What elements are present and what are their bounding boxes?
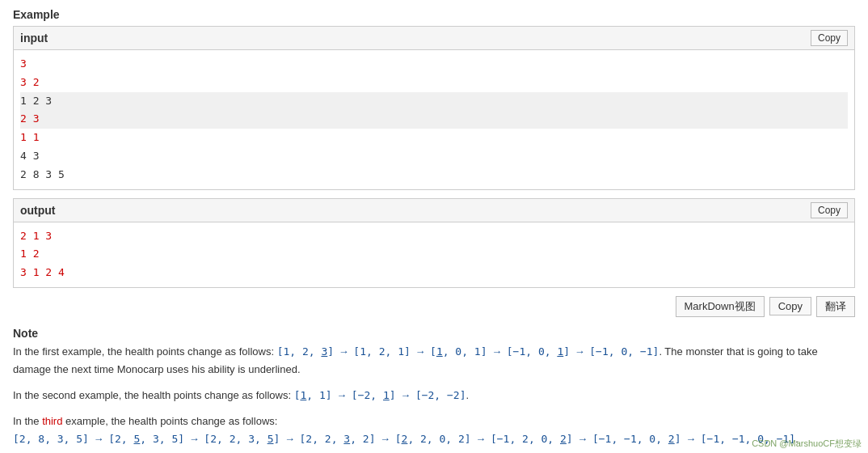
math-expr-9: [2, 8, 3, 5] [13, 433, 89, 445]
translate-button[interactable]: 翻译 [816, 296, 855, 317]
toolbar: MarkDown视图 Copy 翻译 [13, 296, 855, 317]
third-text: third [42, 415, 62, 427]
math-expr-8: [−2, −2] [415, 389, 466, 401]
markdown-view-button[interactable]: MarkDown视图 [676, 296, 765, 317]
note-para-2: In the second example, the health points… [13, 387, 855, 404]
note-para-1: In the first example, the health points … [13, 343, 855, 379]
input-line-4: 2 3 [20, 110, 848, 129]
math-expr-10: [2, 5, 3, 5] [108, 433, 184, 445]
output-line-2: 1 2 [20, 245, 848, 264]
math-expr-7: [−2, 1] [352, 389, 396, 401]
output-line-3: 3 1 2 4 [20, 264, 848, 282]
output-block: output Copy 2 1 3 1 2 3 1 2 4 [13, 198, 855, 288]
math-expr-14: [−1, 2, 0, 2] [491, 433, 573, 445]
output-content: 2 1 3 1 2 3 1 2 4 [14, 222, 854, 287]
math-expr-3: [1, 0, 1] [430, 345, 487, 358]
output-line-1: 2 1 3 [20, 227, 848, 246]
output-copy-button[interactable]: Copy [811, 202, 848, 218]
watermark: CSDN @MarshuoCF想变绿 [752, 438, 862, 450]
input-copy-button[interactable]: Copy [811, 30, 848, 46]
math-expr-2: [1, 2, 1] [353, 345, 410, 358]
input-line-5: 1 1 [20, 129, 848, 147]
note-para-3: In the third example, the health points … [13, 413, 855, 448]
output-header: output Copy [14, 199, 854, 222]
math-expr-5: [−1, 0, −1] [589, 345, 659, 358]
math-expr-15: [−1, −1, 0, 2] [592, 433, 681, 445]
math-expr-6: [1, 1] [294, 389, 332, 401]
note-title: Note [13, 327, 855, 340]
math-expr-1: [1, 2, 3] [277, 345, 334, 358]
math-expr-12: [2, 2, 3, 2] [300, 433, 376, 445]
math-expr-11: [2, 2, 3, 5] [204, 433, 280, 445]
input-line-2: 3 2 [20, 74, 848, 92]
input-line-7: 2 8 3 5 [20, 166, 848, 184]
example-title: Example [13, 8, 855, 21]
input-label: input [20, 32, 48, 44]
input-header: input Copy [14, 27, 854, 50]
toolbar-copy-button[interactable]: Copy [769, 297, 811, 315]
math-expr-13: [2, 2, 0, 2] [395, 433, 471, 445]
math-expr-4: [−1, 0, 1] [507, 345, 570, 358]
input-line-6: 4 3 [20, 147, 848, 166]
input-content: 3 3 2 1 2 3 2 3 1 1 4 3 2 8 3 5 [14, 50, 854, 189]
input-block: input Copy 3 3 2 1 2 3 2 3 1 1 4 3 2 8 3… [13, 26, 855, 190]
input-line-1: 3 [20, 55, 848, 74]
note-section: Note In the first example, the health po… [13, 327, 855, 448]
input-line-3: 1 2 3 [20, 92, 848, 111]
output-label: output [20, 204, 56, 217]
